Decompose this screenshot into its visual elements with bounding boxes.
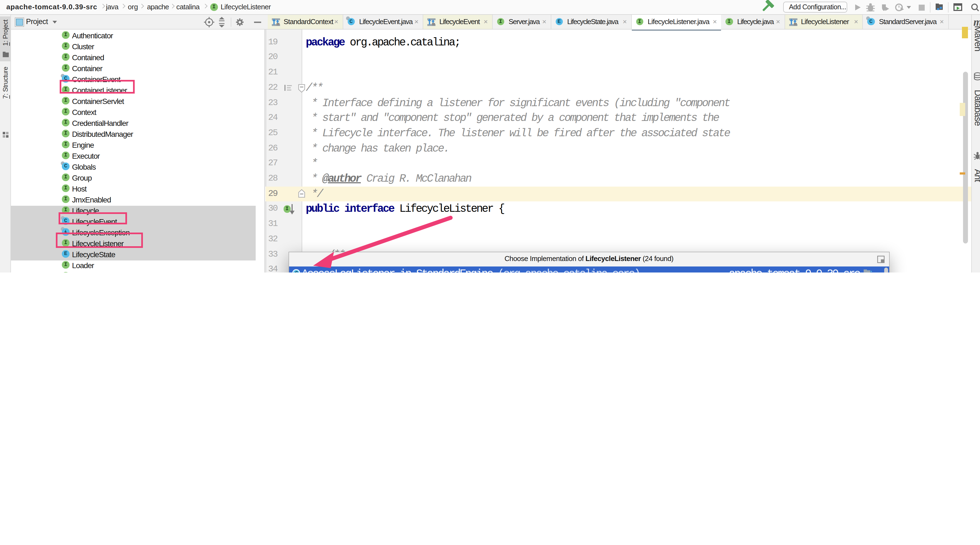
svg-text:Add Configuration...: Add Configuration... [789, 3, 846, 11]
